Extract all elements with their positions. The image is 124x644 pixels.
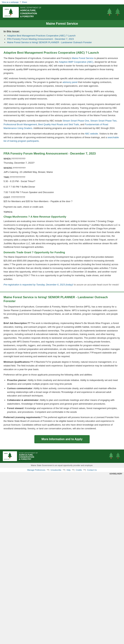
stream-smart-1-link[interactable]: Stream Smart Phase One [63,119,89,122]
footer-pine-icon-1 [108,452,114,460]
fra-when-value: Thursday, December 7, 2023? [3,161,121,165]
svg-marker-10 [115,10,120,14]
fra-when-label: WHEN:?????????? [3,157,25,160]
contact-link[interactable]: Contact Us [87,469,97,471]
svg-text:AGRICULTURE: AGRICULTURE [4,459,9,460]
fra-time-label: TIME:??????????? [3,176,25,178]
equal-text: Maine State Government is an equal oppor… [31,464,93,466]
domestic-heading: Domestic Trade Grant ? Opportunity for F… [3,251,121,254]
fra-where-label: WHERE:????????? [3,166,25,169]
footer-equal: Maine State Government is an equal oppor… [0,463,124,468]
issue-item-1: Adaptive Best Management Practices Coope… [7,34,121,37]
apply-btn-container: More Information and to Apply [3,432,121,446]
fra-cost-label: COST: ?????????? [3,196,25,198]
advisory-panel-link[interactable]: advisory panel [63,81,78,84]
svg-text:AGRICULTURE: AGRICULTURE [4,16,11,16]
view-as-webpage-link[interactable]: View as a webpage [2,1,19,3]
abc-section: Adaptive Best Management Practices Coope… [0,48,124,148]
prof-brush-link[interactable]: Professional Brush Management [3,123,37,126]
svg-rect-20 [111,457,112,459]
email-container: View as a webpage ? Share maine: AGRICUL… [0,0,124,476]
fra-time-line-1: 5:30 - 6:15 PM - Social ?Hour? [3,180,121,183]
fra-heading: FRA Forestry Forum Meeting Announcement … [3,152,121,156]
mfs-link[interactable]: Maine Forest Service [72,57,94,60]
fra-time-line-3: 7:00 ? 8:00 PM ? Forum Speaker and Discu… [3,190,121,194]
mfs-hiring-section: Maine Forest Service is hiring! SENIOR P… [0,292,124,450]
footer-logo: maine: AGRICULTURE MAINE DEPARTMENT OF A… [0,450,124,463]
haul-roads-link[interactable]: Best Quality Haul Roads and Skid Trails [38,123,79,126]
fra-where-row: WHERE:????????? [3,166,121,169]
skill-4-desc: Knowledge and experience of the full ran… [7,407,118,413]
abc-para-2: ABC endorses forestry training programs … [3,77,121,88]
footer-govdelivery: GOVDELIVERY [0,472,124,476]
pine-tree-icon-2 [114,8,121,17]
skill-2: Curious communicator: Ability to listen … [7,387,121,398]
svg-rect-4 [10,14,11,15]
banner: Maine Forest Service [0,20,124,27]
top-bar: View as a webpage ? Share [0,0,124,4]
searchable-list-link[interactable]: searchable list of training program part… [3,136,119,142]
fra-when-row: WHEN:?????????? [3,157,121,160]
svg-marker-19 [109,454,113,457]
svg-rect-8 [109,14,110,16]
fra-cost-row: COST: ?????????? [3,196,121,198]
svg-rect-23 [118,457,119,459]
mfs-brief-job-body: The work is interdisciplinary, implement… [3,322,120,358]
help-link[interactable]: Help [67,469,71,471]
abc-para-4: ABC does not develop or provide training… [3,102,121,117]
issue-item-3-link[interactable]: Maine Forest Service is hiring! SENIOR P… [7,41,92,44]
manage-prefs-link[interactable]: Manage Preferences [27,469,45,471]
abc-para-5: The training programs currently endorsed… [3,119,121,130]
abc-para-1: The Maine Department of Agriculture, Con… [3,56,121,75]
credits-link[interactable]: Credits [76,469,82,471]
issue-section: In this issue: Adaptive Best Management … [0,27,124,47]
mfs-hiring-heading: Maine Forest Service is hiring! SENIOR P… [3,295,121,303]
abc-para-6: More information about this important ed… [3,132,121,143]
mfs-intro: The Department of Agriculture, Conservat… [3,305,121,320]
mfs-brief-job-label: Brief Job Description:?? The work is int… [3,322,121,358]
prereg-note: Pre-registration is requested by Tuesday… [3,283,121,287]
logo-box: maine: AGRICULTURE MAINE DEPARTMENT OF A… [3,6,41,18]
fra-topics-label: TOPICS: [3,211,13,213]
banner-title: Maine Forest Service [46,22,78,26]
govdelivery-logo: GOVDELIVERY [110,473,122,475]
issue-item-2: FRA Forestry Forum Meeting Announcement … [7,38,121,40]
pine-tree-icon-1 [106,8,113,17]
abc-website-link[interactable]: ABC website [85,132,98,135]
dept-name: MAINE DEPARTMENT OF AGRICULTURE, CONSERV… [20,6,41,18]
fra-cost-value: $25 for Members and $35 for Non-Members … [3,200,121,203]
footer-pine-icon-2 [115,452,121,460]
chaga-body: Landowners are evaluating new revenue st… [3,220,121,249]
svg-text:maine:: maine: [4,453,8,454]
mfs-min-qual-label: Minimum Qualifications:?? A?Bachelor?s?o… [3,360,121,371]
share-link[interactable]: Share [22,1,27,3]
fra-time-row: TIME:??????????? [3,176,121,178]
issue-item-1-link[interactable]: Adaptive Best Management Practices Coope… [7,34,76,37]
header-logo: maine: AGRICULTURE MAINE DEPARTMENT OF A… [0,4,124,20]
mfs-pref-lic-label: Preferred Licensing requirements:? The p… [3,416,121,430]
svg-rect-11 [117,14,118,16]
fra-where-value: Jeff's Catering -15 Littlefield Way, Bre… [3,170,121,174]
fra-section: FRA Forestry Forum Meeting Announcement … [0,148,124,292]
apply-button[interactable]: More Information and to Apply [34,435,90,443]
issue-item-3: Maine Forest Service is hiring! SENIOR P… [7,41,121,44]
skills-list: Proactive planner: Ability to think crea… [7,378,121,414]
skill-3-title: Collaborator & administrator [7,399,38,402]
svg-marker-7 [107,10,112,14]
fra-topics-row: TOPICS: [3,211,121,213]
unsubscribe-link[interactable]: Unsubscribe [50,469,61,471]
skill-4-title: Forest steward [7,407,23,410]
svg-text:maine:: maine: [4,8,9,10]
abc-link[interactable]: Adaptive BMP Cooperative (ABC) [59,60,93,63]
skill-2-title: Curious communicator [7,387,32,390]
prereg-link[interactable]: Pre-registration is requested by Tuesday… [3,283,73,286]
domestic-body: The Maine Department of Economic & Commu… [3,255,121,281]
issue-item-2-link[interactable]: FRA Forestry Forum Meeting Announcement … [7,38,74,40]
abc-para-3: ABC is currently endorsing trainings on … [3,90,121,101]
skill-1: Proactive planner: Ability to think crea… [7,378,121,386]
issue-title: In this issue: [3,30,121,33]
footer-maine-logo-svg: maine: AGRICULTURE [3,452,16,460]
stream-smart-2-link[interactable]: Stream Smart Phase Two [90,119,117,122]
issue-list: Adaptive Best Management Practices Coope… [7,34,121,44]
footer-links: Manage Preferences ??| Unsubscribe ??| H… [0,468,124,472]
